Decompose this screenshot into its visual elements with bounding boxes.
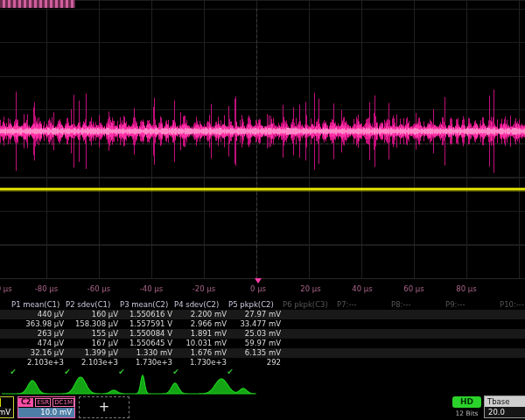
- param-header[interactable]: P1 mean(C1): [11, 300, 60, 309]
- table-row: 363.98 µV158.308 µV1.557591 V2.966 mV33.…: [0, 319, 525, 329]
- param-value: 2.966 mV: [174, 319, 227, 328]
- histogram-canvas: [0, 374, 525, 396]
- table-row: 474 µV167 µV1.550645 V10.031 mV59.97 mV: [0, 339, 525, 348]
- hd-mode-badge[interactable]: HD: [452, 396, 481, 408]
- time-axis-label: 00 µs: [0, 284, 12, 293]
- param-value: 1.891 mV: [174, 329, 227, 338]
- time-axis: 00 µs-80 µs-60 µs-40 µs-20 µs0 µs20 µs40…: [0, 278, 525, 301]
- param-header[interactable]: P4 sdev(C2): [174, 300, 219, 309]
- param-value: 59.97 mV: [228, 339, 281, 347]
- param-value: 167 µV: [66, 339, 118, 347]
- time-axis-label: 0 µs: [250, 284, 266, 293]
- trigger-position-marker[interactable]: [255, 278, 262, 284]
- param-value: 363.98 µV: [11, 319, 64, 328]
- time-axis-label: -40 µs: [140, 284, 163, 293]
- param-value: 155 µV: [66, 329, 118, 338]
- param-value: 10.031 mV: [174, 339, 227, 347]
- param-value: 33.477 mV: [228, 319, 281, 328]
- table-row: 440 µV160 µV1.550616 V2.200 mV27.97 mV: [0, 310, 525, 319]
- c2-coupling-badge: DC1M: [52, 398, 74, 407]
- param-value: 1.550645 V: [120, 339, 172, 347]
- param-header-unused[interactable]: P6 pkpk(C3): [283, 300, 328, 309]
- param-value: 1.330 mV: [120, 348, 172, 357]
- time-axis-label: -20 µs: [192, 284, 215, 293]
- timebase-title: Tbase: [485, 396, 525, 407]
- param-value: 158.308 µV: [66, 319, 118, 328]
- bottom-status-bar: C1 DC1M 10.0 mV C2 ESR DC1M 10.0 mV + HD…: [0, 396, 525, 420]
- c1-volts-per-div: 10.0 mV: [0, 408, 13, 417]
- param-value: 1.557591 V: [120, 319, 172, 328]
- param-value: 160 µV: [66, 310, 118, 318]
- param-value: 2.200 mV: [174, 310, 227, 318]
- hd-bits-label: 12 Bits: [452, 410, 481, 417]
- param-value: 263 µV: [11, 329, 64, 338]
- param-value: 6.135 mV: [228, 348, 281, 357]
- param-value: 474 µV: [11, 339, 64, 347]
- time-axis-label: -60 µs: [88, 284, 110, 293]
- param-value: 1.399 µV: [66, 348, 118, 357]
- c1-coupling-badge: DC1M: [0, 398, 1, 407]
- param-value: 1.676 mV: [174, 348, 227, 357]
- time-axis-label: -80 µs: [35, 284, 58, 293]
- channel-c2-descriptor[interactable]: C2 ESR DC1M 10.0 mV: [18, 396, 75, 418]
- table-row: 2.103e+32.103e+31.730e+31.730e+3292: [0, 358, 525, 368]
- param-value: 25.03 mV: [228, 329, 281, 338]
- measurement-table[interactable]: P1 mean(C1)P2 sdev(C1)P3 mean(C2)P4 sdev…: [0, 300, 525, 377]
- channel-c1-descriptor[interactable]: C1 DC1M 10.0 mV: [0, 396, 14, 418]
- time-axis-label: 60 µs: [403, 284, 424, 293]
- timebase-value: 20.0: [485, 407, 525, 417]
- trace-label-badge[interactable]: [0, 0, 75, 8]
- add-trace-button[interactable]: +: [79, 396, 130, 418]
- param-header[interactable]: P2 sdev(C1): [66, 300, 110, 309]
- oscilloscope-screen: 00 µs-80 µs-60 µs-40 µs-20 µs0 µs20 µs40…: [0, 0, 525, 420]
- c2-eres-badge: ESR: [35, 398, 51, 407]
- plus-icon: +: [99, 399, 110, 415]
- timebase-descriptor[interactable]: Tbase 20.0: [484, 396, 525, 418]
- param-value: 2.103e+3: [66, 358, 118, 367]
- param-header[interactable]: P3 mean(C2): [120, 300, 168, 309]
- param-value: 1.550616 V: [120, 310, 172, 318]
- table-row: 32.16 µV1.399 µV1.330 mV1.676 mV6.135 mV: [0, 348, 525, 358]
- c2-channel-badge: C2: [18, 398, 33, 407]
- time-axis-label: 40 µs: [352, 284, 372, 293]
- param-header-unused[interactable]: P10:---: [500, 300, 524, 309]
- c2-volts-per-div: 10.0 mV: [18, 408, 74, 417]
- param-header-unused[interactable]: P9:---: [445, 300, 466, 309]
- param-value: 1.730e+3: [174, 358, 227, 367]
- param-value: 27.97 mV: [228, 310, 281, 318]
- param-header-unused[interactable]: P7:---: [337, 300, 357, 309]
- table-row: P1 mean(C1)P2 sdev(C1)P3 mean(C2)P4 sdev…: [0, 300, 525, 310]
- param-value: 32.16 µV: [11, 348, 64, 357]
- time-axis-label: 80 µs: [456, 284, 476, 293]
- param-value: 1.550084 V: [120, 329, 172, 338]
- param-value: 440 µV: [11, 310, 64, 318]
- param-header-unused[interactable]: P8:---: [391, 300, 411, 309]
- table-row: 263 µV155 µV1.550084 V1.891 mV25.03 mV: [0, 329, 525, 339]
- time-axis-label: 20 µs: [300, 284, 320, 293]
- param-value: 1.730e+3: [120, 358, 172, 367]
- param-header[interactable]: P5 pkpk(C2): [228, 300, 274, 309]
- param-value: 2.103e+3: [11, 358, 64, 367]
- param-value: 292: [228, 358, 281, 367]
